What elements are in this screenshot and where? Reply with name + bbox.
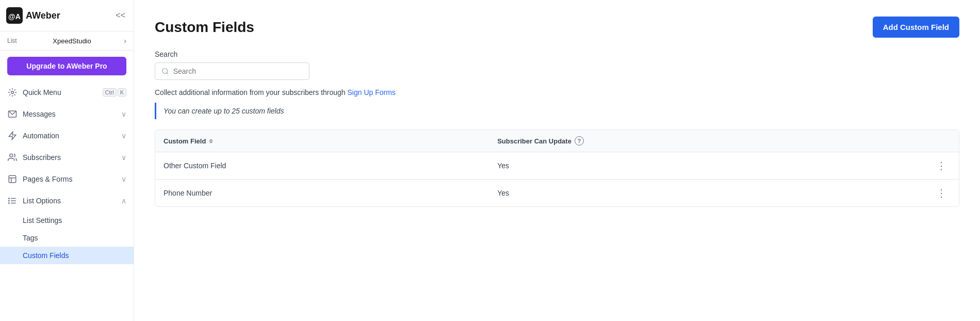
list-options-icon [7, 196, 18, 206]
table-header-subscriber-can-update: Subscriber Can Update ? [489, 130, 924, 152]
subscriber-can-update-cell: Yes [489, 180, 924, 207]
sidebar-item-list-options[interactable]: List Options ∧ [0, 190, 134, 212]
automation-chevron-icon: ∨ [121, 132, 126, 140]
collapse-sidebar-button[interactable]: << [113, 9, 127, 22]
table-row: Other Custom Field Yes ⋮ [155, 152, 959, 180]
subscribers-chevron-icon: ∨ [121, 153, 126, 162]
svg-marker-4 [9, 132, 16, 140]
list-chevron-icon: › [124, 37, 126, 45]
sidebar-header: @A AWeber << [0, 0, 134, 31]
svg-rect-6 [9, 175, 16, 183]
sidebar-item-automation[interactable]: Automation ∨ [0, 125, 134, 147]
search-box [155, 62, 309, 80]
info-text: Collect additional information from your… [155, 88, 959, 97]
pages-forms-icon [7, 174, 18, 184]
svg-point-10 [9, 198, 10, 199]
aweber-logo-icon: @A [6, 7, 23, 24]
table-header-custom-field: Custom Field [155, 130, 489, 152]
search-input[interactable] [173, 67, 303, 75]
search-icon [161, 67, 169, 75]
row-actions-cell: ⋮ [924, 180, 959, 207]
subscribers-label: Subscribers [23, 153, 116, 162]
messages-label: Messages [23, 110, 116, 118]
list-options-chevron-icon: ∧ [121, 197, 126, 205]
sidebar-item-pages-forms[interactable]: Pages & Forms ∨ [0, 168, 134, 190]
svg-point-5 [10, 154, 13, 157]
list-selector[interactable]: List XpeedStudio › [0, 31, 134, 51]
automation-icon [7, 131, 18, 141]
table-row: Phone Number Yes ⋮ [155, 180, 959, 207]
main-header: Custom Fields Add Custom Field [155, 17, 959, 38]
quick-menu-icon [7, 87, 18, 98]
pages-forms-label: Pages & Forms [23, 175, 116, 183]
subscriber-can-update-help-icon[interactable]: ? [575, 136, 584, 146]
page-title: Custom Fields [155, 19, 254, 36]
svg-point-13 [162, 68, 168, 73]
upgrade-button[interactable]: Upgrade to AWeber Pro [7, 57, 126, 75]
sidebar-sub-item-tags[interactable]: Tags [0, 229, 134, 247]
quick-menu-shortcut: Ctrl K [103, 88, 126, 97]
sidebar-sub-item-custom-fields[interactable]: Custom Fields [0, 247, 134, 264]
sidebar-item-subscribers[interactable]: Subscribers ∨ [0, 147, 134, 168]
custom-field-name-cell: Other Custom Field [155, 152, 489, 180]
sidebar: @A AWeber << List XpeedStudio › Upgrade … [0, 0, 134, 321]
table-header-actions [924, 130, 959, 152]
sidebar-item-messages[interactable]: Messages ∨ [0, 103, 134, 125]
subscriber-can-update-cell: Yes [489, 152, 924, 180]
search-section: Search [155, 50, 959, 80]
sort-icon[interactable] [209, 139, 213, 143]
sign-up-forms-link[interactable]: Sign Up Forms [348, 88, 396, 97]
row-actions-cell: ⋮ [924, 152, 959, 180]
sidebar-sub-item-list-settings[interactable]: List Settings [0, 212, 134, 229]
svg-point-11 [9, 200, 10, 201]
add-custom-field-button[interactable]: Add Custom Field [873, 17, 959, 38]
messages-chevron-icon: ∨ [121, 110, 126, 118]
automation-label: Automation [23, 132, 116, 140]
pages-forms-chevron-icon: ∨ [121, 175, 126, 183]
svg-point-12 [9, 203, 10, 204]
note-box: You can create up to 25 custom fields [155, 103, 959, 119]
subscribers-icon [7, 152, 18, 163]
row-action-menu-button[interactable]: ⋮ [932, 159, 951, 172]
messages-icon [7, 109, 18, 119]
svg-text:@A: @A [8, 12, 21, 21]
svg-point-2 [11, 91, 14, 94]
aweber-logo-text: AWeber [26, 10, 60, 21]
list-name: XpeedStudio [53, 37, 91, 45]
list-label: List [7, 37, 17, 44]
custom-fields-table: Custom Field Subscriber Can Update ? [155, 130, 959, 207]
list-options-label: List Options [23, 197, 116, 205]
sidebar-item-quick-menu[interactable]: Quick Menu Ctrl K [0, 82, 134, 103]
quick-menu-label: Quick Menu [23, 88, 97, 97]
row-action-menu-button[interactable]: ⋮ [932, 187, 951, 199]
aweber-logo: @A AWeber [6, 7, 60, 24]
search-label: Search [155, 50, 959, 58]
custom-field-name-cell: Phone Number [155, 180, 489, 207]
main-content: Custom Fields Add Custom Field Search Co… [134, 0, 980, 321]
